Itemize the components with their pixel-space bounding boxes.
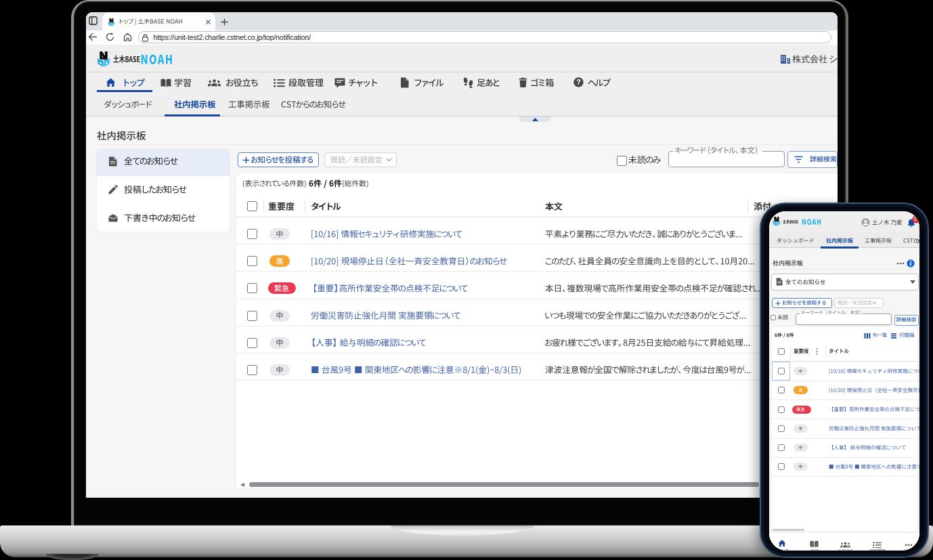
svg-text:?: ? [576,78,580,86]
